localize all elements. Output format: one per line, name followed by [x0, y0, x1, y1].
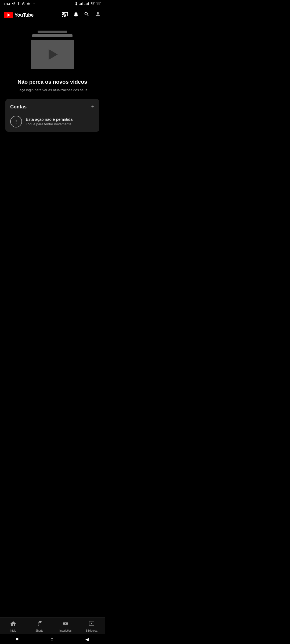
signal2-icon [85, 2, 89, 6]
svg-point-10 [92, 5, 93, 5]
svg-rect-3 [80, 3, 81, 5]
bluetooth-icon [75, 2, 78, 6]
error-sub-text: Toque para tentar novamente [26, 122, 73, 126]
main-subtitle: Faça login para ver as atualizações dos … [17, 88, 87, 93]
nav-icons [62, 11, 101, 19]
add-account-button[interactable]: + [91, 103, 95, 110]
status-right: 31 [75, 2, 101, 6]
playlist-line-2 [32, 34, 73, 37]
cast-button[interactable] [62, 12, 68, 19]
svg-point-11 [97, 12, 99, 14]
svg-rect-4 [81, 3, 82, 5]
mute-icon [12, 2, 15, 6]
youtube-logo-icon [4, 12, 13, 18]
wifi-icon [90, 2, 95, 6]
top-nav: YouTube [0, 8, 105, 23]
error-row[interactable]: ! Esta ação não é permitida Toque para t… [10, 116, 95, 127]
svg-line-0 [15, 2, 15, 5]
error-main-text: Esta ação não é permitida [26, 117, 73, 122]
main-title: Não perca os novos vídeos [18, 79, 87, 85]
accounts-card: Contas + ! Esta ação não é permitida Toq… [5, 99, 99, 132]
status-left: 1:44 ··· [4, 2, 35, 6]
history-icon [22, 2, 26, 6]
battery-icon: 31 [96, 2, 101, 6]
more-icon: ··· [31, 2, 35, 6]
playlist-video-box [31, 40, 74, 69]
svg-rect-9 [88, 2, 89, 5]
status-bar: 1:44 ··· 31 [0, 0, 105, 8]
svg-rect-6 [85, 4, 85, 5]
youtube-logo-text: YouTube [15, 12, 34, 18]
svg-rect-8 [87, 3, 88, 5]
main-content: Não perca os novos vídeos Faça login par… [0, 23, 105, 132]
accounts-title: Contas [10, 104, 27, 110]
error-text-block: Esta ação não é permitida Toque para ten… [26, 117, 73, 126]
accounts-header: Contas + [10, 103, 95, 110]
profile-button[interactable] [95, 11, 101, 19]
search-button[interactable] [84, 11, 90, 19]
wifi-alt-icon [17, 2, 20, 6]
playlist-line-1 [38, 31, 67, 33]
notifications-button[interactable] [73, 11, 79, 19]
signal-icon [79, 2, 84, 6]
svg-rect-7 [86, 3, 86, 5]
svg-point-1 [18, 4, 19, 4]
logo-area[interactable]: YouTube [4, 12, 34, 18]
svg-rect-5 [82, 2, 83, 5]
playlist-illustration [31, 31, 74, 69]
svg-rect-2 [79, 4, 79, 5]
trash-icon [27, 2, 30, 6]
error-circle-icon: ! [10, 116, 22, 127]
time-display: 1:44 [4, 2, 10, 6]
play-triangle-icon [49, 49, 58, 60]
